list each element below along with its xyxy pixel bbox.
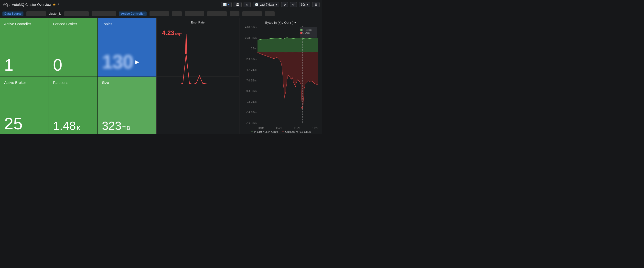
cluster-id-input-2[interactable] [92, 11, 116, 16]
topics-value-blurred: 130 [102, 51, 133, 73]
chevron-down-icon-chart[interactable]: ▾ [294, 21, 296, 25]
zoom-out-button[interactable]: ⊖ [281, 2, 288, 7]
legend-out: Out Last *: -9.7 GiB/s [282, 130, 310, 133]
tv-icon: 🖥 [314, 3, 317, 6]
svg-point-11 [302, 106, 302, 109]
error-rate-unit: req/s [175, 32, 182, 36]
svg-marker-2 [258, 52, 318, 108]
cluster-id-label: cluster_id [49, 12, 61, 16]
fenced-broker-tile: Fenced Broker 0 [49, 18, 98, 77]
partitions-tile: Partitions 1.48 K [49, 77, 98, 134]
active-controller-title: Active Controller [4, 22, 45, 26]
add-panel-button[interactable]: 📊 + [221, 2, 232, 7]
chart-svg-area: In 3.18 GiB/s Out -15 GiB/s [258, 26, 318, 124]
partitions-value: 1.48 [53, 119, 76, 132]
size-unit: TiB [122, 125, 130, 131]
size-value-area: 323 TiB [102, 120, 152, 132]
save-button[interactable]: 💾 [234, 2, 242, 7]
bytes-chart-body: 4.66 GiB/s 2.33 GiB/s 0 B/s -2.3 GiB/s -… [243, 26, 318, 129]
active-broker-value: 25 [4, 115, 45, 132]
add-icon: + [228, 3, 230, 6]
svg-text:-15 GiB/s: -15 GiB/s [306, 32, 310, 35]
legend-in: In Last *: 3.24 GiB/s [251, 130, 278, 133]
star-icon[interactable]: ★ [53, 3, 56, 7]
active-controller-input-4[interactable] [207, 11, 227, 16]
svg-rect-5 [300, 29, 302, 31]
partitions-title: Partitions [53, 80, 94, 85]
chart-legend: In Last *: 3.24 GiB/s Out Last *: -9.7 G… [243, 130, 318, 133]
refresh-rate-picker[interactable]: 30s ▾ [299, 2, 310, 7]
size-title: Size [102, 80, 152, 85]
fenced-broker-title: Fenced Broker [53, 22, 94, 26]
chevron-down-icon-2: ▾ [306, 3, 308, 6]
refresh-button[interactable]: ↺ [290, 2, 297, 7]
app-title: MQ / AutoMQ Cluster Overview ★ ⑃ [2, 3, 59, 7]
topics-tile: Topics 130 ▶ [98, 18, 156, 77]
main-grid: Active Controller 1 Fenced Broker 0 Topi… [0, 18, 322, 134]
cluster-id-input[interactable] [64, 11, 89, 16]
svg-rect-8 [300, 32, 302, 34]
topics-value-area: 130 ▶ [102, 51, 152, 73]
error-rate-value: 4.23 [162, 29, 174, 37]
zoom-out-icon: ⊖ [284, 3, 286, 6]
save-icon: 💾 [236, 3, 240, 6]
refresh-icon: ↺ [292, 3, 295, 6]
legend-out-label: Out Last *: -9.7 GiB/s [285, 130, 310, 133]
active-controller-label: Active Controller [119, 12, 146, 16]
error-rate-title: Error Rate [160, 21, 236, 24]
bytes-chart-title: Bytes In (+) / Out (-) ▾ [243, 21, 318, 25]
x-axis: 11/19 11/21 11/23 11/25 [258, 127, 318, 129]
error-rate-display: 4.23 req/s [162, 29, 182, 37]
partitions-unit: K [77, 125, 80, 131]
active-controller-input-7[interactable] [265, 11, 274, 16]
refresh-rate-label: 30s [301, 3, 306, 6]
bar-chart-icon: 📊 [223, 3, 227, 6]
active-controller-input-3[interactable] [185, 11, 204, 16]
active-controller-input-5[interactable] [230, 11, 240, 16]
filterbar: Data Source cluster_id Active Controller [0, 9, 322, 18]
size-value: 323 [102, 119, 122, 132]
data-source-label: Data Source [2, 12, 24, 16]
org-label: MQ [2, 3, 8, 7]
clock-icon: 🕐 [255, 3, 258, 6]
svg-text:In: In [302, 29, 303, 32]
topbar: MQ / AutoMQ Cluster Overview ★ ⑃ 📊 + 💾 ⚙… [0, 0, 322, 9]
partitions-value-area: 1.48 K [53, 120, 94, 132]
active-controller-value: 1 [4, 57, 45, 73]
data-source-input[interactable] [26, 11, 46, 16]
topics-title: Topics [102, 22, 152, 26]
active-controller-input-1[interactable] [150, 11, 169, 16]
time-range-picker[interactable]: 🕐 Last 7 days ▾ [252, 2, 279, 7]
topics-arrow-icon: ▶ [135, 59, 139, 65]
svg-text:3.18 GiB/s: 3.18 GiB/s [306, 29, 312, 32]
fenced-broker-value: 0 [53, 57, 94, 73]
tv-mode-button[interactable]: 🖥 [312, 2, 320, 7]
y-axis: 4.66 GiB/s 2.33 GiB/s 0 B/s -2.3 GiB/s -… [243, 26, 256, 124]
svg-marker-1 [258, 38, 318, 52]
active-controller-input-2[interactable] [172, 11, 182, 16]
share-icon[interactable]: ⑃ [58, 3, 59, 7]
active-broker-tile: Active Broker 25 [0, 77, 49, 134]
svg-text:Out: Out [302, 32, 304, 35]
size-tile: Size 323 TiB [98, 77, 156, 134]
active-broker-title: Active Broker [4, 80, 45, 85]
dashboard-title: AutoMQ Cluster Overview [12, 3, 51, 7]
legend-out-dot [282, 132, 284, 132]
chevron-down-icon: ▾ [276, 3, 277, 6]
active-controller-tile: Active Controller 1 [0, 18, 49, 77]
separator: / [10, 3, 10, 7]
legend-in-label: In Last *: 3.24 GiB/s [254, 130, 278, 133]
active-controller-input-6[interactable] [242, 11, 262, 16]
gear-icon: ⚙ [246, 3, 248, 6]
error-rate-panel: Error Rate 4.23 req/s [156, 18, 239, 77]
error-rate-chart: 4.23 req/s [160, 24, 236, 91]
time-range-label: Last 7 days [260, 3, 274, 6]
bytes-svg: In 3.18 GiB/s Out -15 GiB/s [258, 26, 318, 124]
settings-button[interactable]: ⚙ [244, 2, 251, 7]
bytes-chart-panel: Bytes In (+) / Out (-) ▾ 4.66 GiB/s 2.33… [239, 18, 322, 134]
legend-in-dot [251, 132, 253, 132]
